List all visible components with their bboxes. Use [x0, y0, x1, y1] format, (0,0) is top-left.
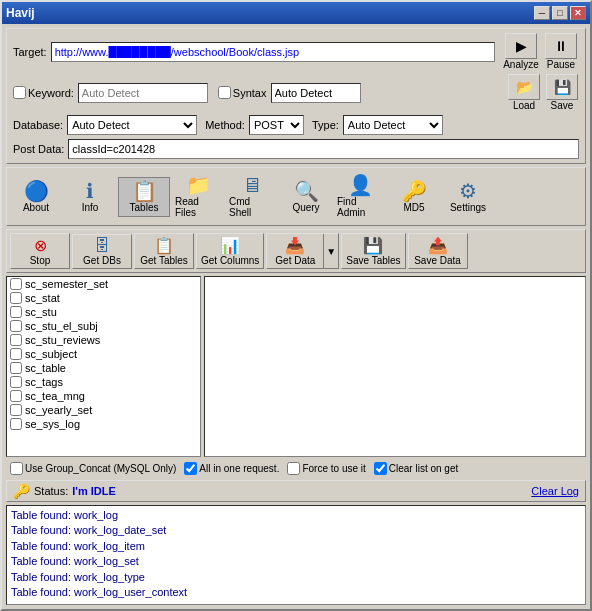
- method-label: Method:: [205, 119, 245, 131]
- log-line: Table found: work_log_type: [11, 570, 581, 585]
- title-bar-buttons: ─ □ ✕: [534, 6, 586, 20]
- list-item-checkbox[interactable]: [10, 418, 22, 430]
- status-label: Status:: [34, 485, 68, 497]
- list-item[interactable]: sc_stat: [7, 291, 200, 305]
- list-item[interactable]: sc_subject: [7, 347, 200, 361]
- maximize-button[interactable]: □: [552, 6, 568, 20]
- group-concat-checkbox[interactable]: [10, 462, 23, 475]
- get-tables-button[interactable]: 📋 Get Tables: [134, 233, 194, 269]
- get-dbs-icon: 🗄: [94, 237, 110, 255]
- save-tables-button[interactable]: 💾 Save Tables: [341, 233, 405, 269]
- list-item[interactable]: sc_stu_el_subj: [7, 319, 200, 333]
- list-item-label: sc_stu: [25, 306, 57, 318]
- list-item-label: sc_tags: [25, 376, 63, 388]
- list-item[interactable]: sc_tea_mng: [7, 389, 200, 403]
- list-item[interactable]: sc_tags: [7, 375, 200, 389]
- pause-button[interactable]: ⏸ Pause: [543, 33, 579, 70]
- tool-tables[interactable]: 📋 Tables: [118, 177, 170, 217]
- force-label[interactable]: Force to use it: [287, 462, 365, 475]
- tool-settings[interactable]: ⚙ Settings: [442, 177, 494, 217]
- tables-icon: 📋: [132, 181, 157, 201]
- pause-icon: ⏸: [545, 33, 577, 59]
- get-data-button[interactable]: 📥 Get Data: [267, 234, 323, 268]
- analyze-button[interactable]: ▶ Analyze: [503, 33, 539, 70]
- post-data-row: Post Data:: [13, 139, 579, 159]
- get-dbs-label: Get DBs: [83, 255, 121, 266]
- list-item-checkbox[interactable]: [10, 278, 22, 290]
- post-data-input[interactable]: [68, 139, 579, 159]
- list-item-checkbox[interactable]: [10, 334, 22, 346]
- list-item[interactable]: sc_stu: [7, 305, 200, 319]
- list-item[interactable]: sc_table: [7, 361, 200, 375]
- list-item[interactable]: se_sys_log: [7, 417, 200, 431]
- list-item-checkbox[interactable]: [10, 320, 22, 332]
- syntax-checkbox-label: Syntax: [218, 86, 267, 99]
- list-item-label: sc_tea_mng: [25, 390, 85, 402]
- type-select[interactable]: Auto Detect: [343, 115, 443, 135]
- get-dbs-button[interactable]: 🗄 Get DBs: [72, 234, 132, 269]
- log-line: Table found: work_log_set: [11, 554, 581, 569]
- keyword-input[interactable]: [78, 83, 208, 103]
- list-item-checkbox[interactable]: [10, 390, 22, 402]
- save-data-button[interactable]: 📤 Save Data: [408, 233, 468, 269]
- log-content: Table found: work_logTable found: work_l…: [7, 506, 585, 604]
- list-item-checkbox[interactable]: [10, 376, 22, 388]
- get-columns-button[interactable]: 📊 Get Columns: [196, 233, 264, 269]
- keyword-checkbox[interactable]: [13, 86, 26, 99]
- log-line: Table found: work_log_date_set: [11, 523, 581, 538]
- stop-button[interactable]: ⊗ Stop: [10, 233, 70, 269]
- list-item[interactable]: sc_stu_reviews: [7, 333, 200, 347]
- list-item-checkbox[interactable]: [10, 362, 22, 374]
- clear-log-button[interactable]: Clear Log: [531, 485, 579, 497]
- md5-icon: 🔑: [402, 181, 427, 201]
- tool-find-admin[interactable]: 👤 Find Admin: [334, 171, 386, 222]
- tool-query[interactable]: 🔍 Query: [280, 177, 332, 217]
- analyze-label: Analyze: [503, 59, 539, 70]
- list-item-label: se_sys_log: [25, 418, 80, 430]
- tool-info[interactable]: ℹ Info: [64, 177, 116, 217]
- all-in-one-checkbox[interactable]: [184, 462, 197, 475]
- clear-list-checkbox[interactable]: [374, 462, 387, 475]
- list-item[interactable]: sc_yearly_set: [7, 403, 200, 417]
- info-icon: ℹ: [86, 181, 94, 201]
- clear-list-label[interactable]: Clear list on get: [374, 462, 458, 475]
- syntax-label: Syntax: [233, 87, 267, 99]
- list-item-label: sc_stu_reviews: [25, 334, 100, 346]
- tool-read-files[interactable]: 📁 Read Files: [172, 171, 224, 222]
- status-idle: I'm IDLE: [72, 485, 116, 497]
- tool-cmd-shell[interactable]: 🖥 Cmd Shell: [226, 171, 278, 222]
- tables-list-panel: sc_semester_setsc_statsc_stusc_stu_el_su…: [6, 276, 201, 457]
- all-in-one-label[interactable]: All in one request.: [184, 462, 279, 475]
- list-item-checkbox[interactable]: [10, 306, 22, 318]
- syntax-checkbox[interactable]: [218, 86, 231, 99]
- target-row: Target: ▶ Analyze ⏸ Pause: [13, 33, 579, 70]
- group-concat-label[interactable]: Use Group_Concat (MySQL Only): [10, 462, 176, 475]
- tool-md5[interactable]: 🔑 MD5: [388, 177, 440, 217]
- database-select[interactable]: Auto Detect: [67, 115, 197, 135]
- data-area: sc_semester_setsc_statsc_stusc_stu_el_su…: [6, 276, 586, 457]
- minimize-button[interactable]: ─: [534, 6, 550, 20]
- analyze-pause-group: ▶ Analyze ⏸ Pause: [503, 33, 579, 70]
- list-item-checkbox[interactable]: [10, 404, 22, 416]
- method-select[interactable]: POST: [249, 115, 304, 135]
- syntax-input[interactable]: [271, 83, 361, 103]
- data-right-panel: [204, 276, 586, 457]
- get-data-dropdown[interactable]: ▼: [323, 234, 338, 268]
- force-checkbox[interactable]: [287, 462, 300, 475]
- close-button[interactable]: ✕: [570, 6, 586, 20]
- action-bar: ⊗ Stop 🗄 Get DBs 📋 Get Tables 📊 Get Colu…: [6, 229, 586, 273]
- save-button[interactable]: 💾 Save: [545, 74, 579, 111]
- save-tables-icon: 💾: [363, 236, 383, 255]
- list-item[interactable]: sc_semester_set: [7, 277, 200, 291]
- tool-about[interactable]: 🔵 About: [10, 177, 62, 217]
- stop-label: Stop: [30, 255, 51, 266]
- list-item-checkbox[interactable]: [10, 348, 22, 360]
- get-columns-label: Get Columns: [201, 255, 259, 266]
- target-input[interactable]: [51, 42, 495, 62]
- keyword-row: Keyword: Syntax 📂 Load 💾: [13, 74, 579, 111]
- list-item-checkbox[interactable]: [10, 292, 22, 304]
- get-data-label: Get Data: [275, 255, 315, 266]
- read-files-icon: 📁: [186, 175, 211, 195]
- title-bar: Havij ─ □ ✕: [2, 2, 590, 24]
- load-button[interactable]: 📂 Load: [507, 74, 541, 111]
